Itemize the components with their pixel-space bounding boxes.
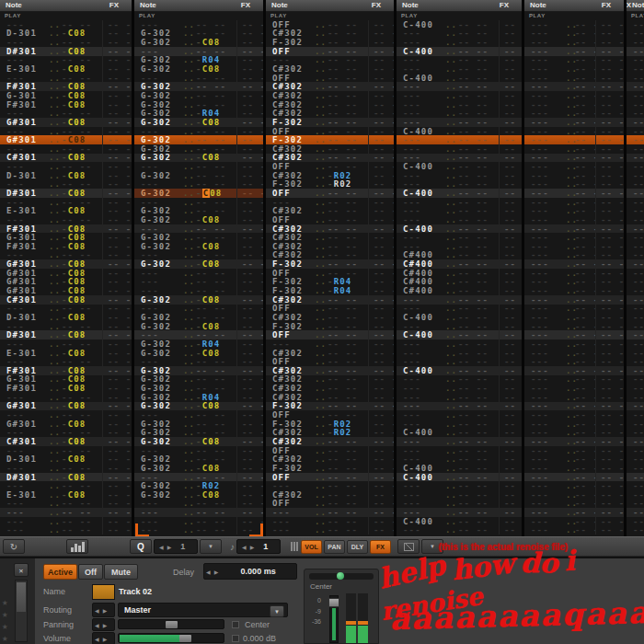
volume-cell[interactable]: .. [445, 135, 458, 144]
fx-cell[interactable]: -- -- [102, 233, 132, 242]
fx-cell[interactable]: -- -- [499, 64, 522, 74]
pattern-row[interactable]: ---..-- ---- -- [397, 233, 522, 242]
fx-cell[interactable]: -- -- [236, 162, 263, 171]
note-cell[interactable]: --- [627, 410, 644, 420]
pattern-row[interactable]: F-302..-- ---- -- [266, 118, 394, 127]
note-cell[interactable]: --- [524, 526, 566, 535]
fx-cell[interactable]: -- -- [236, 481, 263, 490]
note-cell[interactable]: --- [627, 526, 644, 535]
volume-cell[interactable]: .. [445, 144, 458, 154]
right-arrow-icon[interactable]: ▶ [101, 607, 109, 614]
volume-cell[interactable]: .. [49, 47, 62, 56]
pattern-row[interactable]: D#301..-C08-- -- [0, 47, 132, 56]
effect-cell[interactable]: -- -- [328, 349, 368, 358]
fx-cell[interactable]: -- -- [368, 384, 394, 393]
volume-cell[interactable]: .. [183, 127, 196, 136]
effect-cell[interactable]: -- -- [458, 56, 499, 65]
volume-cell[interactable]: .. [183, 162, 196, 171]
pattern-row[interactable]: D-301..-C08-- -- [0, 171, 132, 180]
fx-cell[interactable]: -- -- [499, 144, 522, 154]
effect-cell[interactable]: -- -- [575, 100, 595, 109]
volume-cell[interactable]: .. [49, 526, 62, 535]
note-cell[interactable]: G-302 [134, 295, 183, 305]
fx-cell[interactable]: -- -- [236, 242, 263, 251]
pattern-row[interactable]: OFF..-- ---- -- [266, 357, 394, 366]
effect-cell[interactable]: -C08 [62, 82, 102, 91]
pattern-row[interactable]: ---..-- ---- -- [134, 526, 263, 535]
effect-cell[interactable]: -C08 [62, 91, 102, 100]
effect-cell[interactable]: -- -- [575, 224, 595, 234]
note-cell[interactable]: --- [524, 305, 566, 314]
volume-cell[interactable]: .. [445, 259, 458, 269]
note-cell[interactable]: --- [524, 402, 566, 411]
volume-cell[interactable]: .. [183, 154, 196, 163]
volume-cell[interactable]: .. [315, 357, 328, 366]
pattern-row[interactable]: ---..-- ---- -- [0, 305, 132, 314]
volume-cell[interactable]: .. [445, 162, 458, 171]
volume-cell[interactable]: .. [315, 109, 328, 118]
pattern-row[interactable]: ---..-- ---- -- [627, 233, 644, 242]
effect-cell[interactable]: -- -- [458, 313, 499, 322]
effect-cell[interactable]: -- -- [328, 393, 368, 402]
pattern-row[interactable]: G-302..-C08-- -- [134, 189, 263, 198]
fx-cell[interactable]: -- -- [499, 278, 522, 287]
pattern-row[interactable]: C#302..-R02-- -- [266, 428, 394, 437]
note-cell[interactable]: --- [266, 339, 315, 349]
fx-cell[interactable]: -- -- [499, 259, 522, 269]
note-cell[interactable]: --- [0, 526, 49, 535]
effect-cell[interactable]: -C08 [196, 215, 236, 224]
effect-cell[interactable]: -- -- [328, 375, 368, 385]
volume-cell[interactable]: .. [445, 20, 458, 29]
note-cell[interactable]: OFF [266, 500, 315, 509]
fx-cell[interactable]: -- -- [595, 454, 624, 464]
note-cell[interactable]: --- [0, 215, 49, 224]
note-cell[interactable]: --- [524, 64, 566, 74]
pattern-row[interactable]: ---..-- ---- -- [627, 286, 644, 295]
effect-cell[interactable]: -- -- [196, 206, 236, 215]
volume-cell[interactable]: .. [49, 286, 62, 295]
effect-cell[interactable]: -- -- [575, 428, 595, 437]
volume-cell[interactable]: .. [183, 278, 196, 287]
volume-cell[interactable]: .. [566, 56, 575, 65]
volume-cell[interactable]: .. [566, 135, 575, 144]
note-cell[interactable]: --- [627, 109, 644, 118]
volume-cell[interactable]: .. [315, 286, 328, 295]
pattern-row[interactable]: E-301..-C08-- -- [0, 64, 132, 74]
effect-cell[interactable]: -- -- [575, 437, 595, 446]
fx-cell[interactable]: -- -- [368, 305, 394, 314]
volume-cell[interactable]: .. [445, 189, 458, 198]
effect-cell[interactable]: -- -- [575, 259, 595, 269]
volume-cell[interactable]: .. [315, 118, 328, 127]
note-cell[interactable]: --- [627, 384, 644, 393]
note-cell[interactable]: --- [524, 20, 566, 29]
note-cell[interactable]: --- [627, 500, 644, 509]
fx-cell[interactable]: -- -- [102, 29, 132, 39]
volume-cell[interactable]: .. [49, 481, 62, 490]
fx-cell[interactable]: -- -- [102, 74, 132, 83]
note-cell[interactable]: --- [524, 259, 566, 269]
volume-cell[interactable]: .. [49, 437, 62, 446]
pattern-row[interactable]: ---..-- ---- -- [627, 305, 644, 314]
effect-cell[interactable]: -- -- [458, 269, 499, 278]
note-cell[interactable]: C#301 [0, 295, 49, 305]
effect-cell[interactable]: -- -- [458, 517, 499, 526]
fx-cell[interactable]: -- -- [595, 224, 624, 234]
volume-cell[interactable]: .. [315, 473, 328, 482]
effect-cell[interactable]: -- -- [62, 446, 102, 455]
pattern-row[interactable]: C-400..-- ---- -- [397, 47, 522, 56]
fx-cell[interactable]: -- -- [102, 366, 132, 375]
effect-cell[interactable]: -- -- [196, 20, 236, 29]
effect-cell[interactable]: -- -- [575, 56, 595, 65]
volume-cell[interactable]: .. [183, 490, 196, 500]
right-arrow-icon[interactable]: ▶ [250, 544, 255, 550]
pattern-row[interactable]: ---..-- ---- -- [134, 162, 263, 171]
note-cell[interactable]: --- [627, 339, 644, 349]
note-cell[interactable]: C#302 [266, 242, 315, 251]
volume-cell[interactable]: .. [566, 384, 575, 393]
pattern-row[interactable]: ---..-- ---- -- [627, 38, 644, 47]
effect-cell[interactable]: -- -- [575, 402, 595, 411]
note-cell[interactable]: --- [397, 82, 445, 91]
pattern-row[interactable]: ---..-- ---- -- [524, 180, 624, 190]
note-cell[interactable]: OFF [266, 162, 315, 171]
effect-cell[interactable]: -- -- [575, 500, 595, 509]
